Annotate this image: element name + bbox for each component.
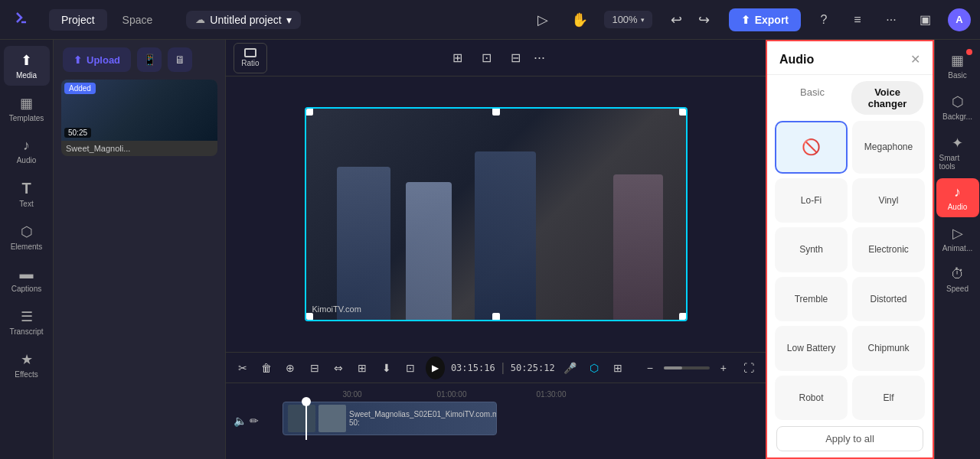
- grid-icon[interactable]: ⊡: [475, 47, 498, 70]
- right-sidebar-item-smart-tools[interactable]: ✦ Smart tools: [936, 129, 979, 177]
- right-sidebar-item-background[interactable]: ⬡ Backgr...: [936, 87, 979, 127]
- elements-icon: ⬡: [21, 223, 33, 240]
- right-audio-icon: ♪: [954, 184, 961, 200]
- chevron-down-icon: ▾: [286, 14, 292, 26]
- hand-tool-btn[interactable]: ✋: [567, 8, 592, 32]
- audio-item-lofi[interactable]: Lo-Fi: [775, 178, 848, 223]
- play-button[interactable]: ▶: [426, 356, 445, 379]
- track-area: 🔈 ✏ Sweet_Magnolias_S02E01_KimoiTV.com.m…: [226, 399, 766, 443]
- undo-btn[interactable]: ↩: [665, 8, 689, 32]
- ai-icon[interactable]: ⬡: [585, 357, 603, 379]
- flip-icon[interactable]: ⇔: [329, 357, 347, 379]
- captions-icon: ▬: [20, 266, 34, 282]
- mic-icon[interactable]: 🎤: [561, 357, 579, 379]
- right-sidebar-label-speed: Speed: [946, 285, 969, 293]
- audio-item-megaphone[interactable]: Megaphone: [852, 121, 925, 174]
- audio-item-electronic[interactable]: Electronic: [852, 227, 925, 272]
- speed-icon: ⏱: [951, 266, 965, 282]
- right-sidebar-label-smart: Smart tools: [939, 154, 976, 171]
- sidebar-item-templates[interactable]: ▦ Templates: [4, 89, 50, 129]
- sidebar-item-effects[interactable]: ★ Effects: [4, 345, 50, 385]
- cut-icon[interactable]: ✂: [234, 357, 251, 379]
- logo[interactable]: [9, 8, 34, 32]
- zoom-control[interactable]: 100% ▾: [604, 11, 652, 28]
- split-icon[interactable]: ⊞: [354, 357, 371, 379]
- layout-view-icon[interactable]: ⊟: [505, 47, 528, 70]
- sidebar-item-audio[interactable]: ♪ Audio: [4, 132, 50, 171]
- zoom-in-icon[interactable]: +: [713, 357, 734, 379]
- corner-bl[interactable]: [305, 313, 313, 321]
- video-frame[interactable]: KimoiTV.com: [305, 107, 688, 321]
- audio-item-tremble[interactable]: Tremble: [775, 277, 848, 322]
- audio-close-button[interactable]: ✕: [910, 52, 920, 67]
- fullscreen-icon[interactable]: ⛶: [740, 357, 758, 379]
- crop-tool-icon[interactable]: ⊟: [305, 357, 323, 379]
- canvas-more-icon[interactable]: ···: [534, 50, 545, 66]
- sidebar-item-transcript[interactable]: ☰ Transcript: [4, 302, 50, 342]
- sidebar-item-captions[interactable]: ▬ Captions: [4, 260, 50, 299]
- track-controls: 🔈 ✏: [229, 415, 283, 427]
- corner-tr[interactable]: [679, 108, 687, 116]
- sidebar-item-text[interactable]: T Text: [4, 174, 50, 214]
- right-sidebar: ▦ Basic ⬡ Backgr... ✦ Smart tools ♪ Audi…: [934, 40, 980, 459]
- billing-icon[interactable]: ≡: [847, 9, 868, 31]
- audio-item-low-battery[interactable]: Low Battery: [775, 326, 848, 371]
- apply-to-all-button[interactable]: Apply to all: [776, 426, 923, 451]
- split3-icon[interactable]: ⊡: [402, 357, 420, 379]
- sidebar-item-label-audio: Audio: [17, 156, 37, 164]
- split-v-icon[interactable]: ⊞: [609, 357, 626, 379]
- audio-item-elf[interactable]: Elf: [852, 376, 925, 421]
- audio-item-none[interactable]: 🚫: [775, 121, 848, 174]
- ruler-mark-3: 01:30:00: [501, 390, 601, 399]
- cursor-tool-btn[interactable]: ▷: [531, 8, 555, 32]
- split2-icon[interactable]: ⬇: [377, 357, 395, 379]
- sidebar-item-media[interactable]: ⬆ Media: [4, 46, 50, 86]
- corner-bm[interactable]: [492, 313, 500, 321]
- media-screen-icon[interactable]: 🖥: [168, 47, 192, 72]
- media-phone-icon[interactable]: 📱: [137, 47, 162, 72]
- corner-tl[interactable]: [305, 108, 313, 116]
- ratio-button[interactable]: Ratio: [234, 43, 267, 73]
- tab-project[interactable]: Project: [49, 9, 107, 31]
- sidebar-item-elements[interactable]: ⬡ Elements: [4, 217, 50, 257]
- zoom-out-icon[interactable]: −: [639, 357, 661, 379]
- corner-br[interactable]: [679, 313, 687, 321]
- export-button[interactable]: ⬆ Export: [729, 8, 801, 31]
- project-name-area[interactable]: ☁ Untitled project ▾: [186, 11, 300, 29]
- left-sidebar: ⬆ Media ▦ Templates ♪ Audio T Text ⬡ Ele…: [0, 40, 54, 459]
- audio-item-distorted[interactable]: Distorted: [852, 277, 925, 322]
- duplicate-icon[interactable]: ⊕: [282, 357, 299, 379]
- more-icon[interactable]: ···: [880, 9, 902, 31]
- right-sidebar-label-animate: Animat...: [942, 244, 972, 252]
- ratio-label: Ratio: [241, 59, 259, 67]
- delete-icon[interactable]: 🗑: [257, 357, 275, 379]
- zoom-icons: − +: [639, 357, 734, 379]
- right-sidebar-item-animate[interactable]: ▷ Animat...: [936, 219, 979, 259]
- volume-icon[interactable]: 🔈: [234, 415, 247, 427]
- avatar[interactable]: A: [948, 8, 971, 31]
- layout-icon[interactable]: ▣: [914, 9, 936, 31]
- audio-item-chipmunk[interactable]: Chipmunk: [852, 326, 925, 371]
- zoom-value: 100%: [612, 14, 637, 25]
- top-tabs: Project Space: [49, 9, 165, 31]
- audio-tab-voice-changer[interactable]: Voice changer: [851, 81, 923, 115]
- edit-track-icon[interactable]: ✏: [250, 415, 259, 427]
- video-clip[interactable]: Sweet_Magnolias_S02E01_KimoiTV.com.mp4 5…: [283, 402, 497, 435]
- tab-space[interactable]: Space: [110, 9, 165, 31]
- corner-tm[interactable]: [492, 108, 500, 116]
- audio-tab-basic[interactable]: Basic: [776, 81, 848, 115]
- effects-icon: ★: [21, 351, 33, 368]
- audio-item-synth[interactable]: Synth: [775, 227, 848, 272]
- animate-icon: ▷: [952, 225, 963, 242]
- right-sidebar-item-audio[interactable]: ♪ Audio: [936, 178, 979, 217]
- right-sidebar-item-speed[interactable]: ⏱ Speed: [936, 260, 979, 299]
- audio-item-vinyl[interactable]: Vinyl: [852, 178, 925, 223]
- media-file-card[interactable]: Added 50:25 Sweet_Magnoli...: [61, 80, 217, 156]
- audio-item-robot[interactable]: Robot: [775, 376, 848, 421]
- redo-btn[interactable]: ↪: [692, 8, 717, 32]
- crop-icon[interactable]: ⊞: [446, 47, 469, 70]
- help-icon[interactable]: ?: [813, 9, 835, 31]
- clip-thumb-1: [288, 405, 315, 432]
- upload-button[interactable]: ⬆ Upload: [63, 47, 131, 72]
- right-sidebar-item-basic[interactable]: ▦ Basic: [936, 46, 979, 86]
